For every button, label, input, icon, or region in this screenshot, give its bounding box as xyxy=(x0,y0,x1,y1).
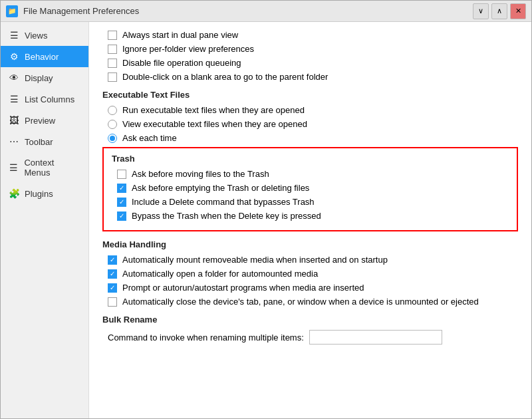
ask-before-moving-checkbox[interactable] xyxy=(117,170,126,179)
sidebar-item-toolbar[interactable]: ⋯ Toolbar xyxy=(1,131,88,152)
sidebar-item-list-columns[interactable]: ☰ List Columns xyxy=(1,88,88,110)
checkbox-row-autorun: Prompt or autorun/autostart programs whe… xyxy=(102,283,518,293)
bulk-rename-input[interactable] xyxy=(309,330,442,345)
bulk-rename-label: Command to invoke when renaming multiple… xyxy=(108,333,304,343)
ask-each-time-label: Ask each time xyxy=(122,133,177,143)
sidebar: ☰ Views ⚙ Behavior 👁 Display ☰ List Colu… xyxy=(1,22,89,418)
checkbox-row: Double-click on a blank area to go to th… xyxy=(102,72,518,82)
main-content: Always start in dual pane view Ignore pe… xyxy=(89,22,531,418)
auto-close-checkbox[interactable] xyxy=(108,297,117,307)
radio-row-run: Run executable text files when they are … xyxy=(102,105,518,115)
include-delete-label: Include a Delete command that bypasses T… xyxy=(132,197,315,207)
always-dual-pane-checkbox[interactable] xyxy=(108,31,117,40)
disable-queueing-checkbox[interactable] xyxy=(108,59,117,68)
views-icon: ☰ xyxy=(9,30,19,41)
radio-row-view: View executable text files when they are… xyxy=(102,119,518,129)
sidebar-item-label-display: Display xyxy=(25,73,53,83)
ask-before-moving-label: Ask before moving files to the Trash xyxy=(132,169,269,179)
behavior-icon: ⚙ xyxy=(9,51,19,62)
ignore-folder-prefs-label: Ignore per-folder view preferences xyxy=(122,44,254,54)
bypass-trash-checkbox[interactable] xyxy=(117,211,126,221)
content-area: ☰ Views ⚙ Behavior 👁 Display ☰ List Colu… xyxy=(1,22,531,418)
app-icon: 📁 xyxy=(6,5,18,17)
sidebar-item-label-plugins: Plugins xyxy=(25,189,53,199)
top-checkboxes: Always start in dual pane view Ignore pe… xyxy=(102,30,518,82)
include-delete-checkbox[interactable] xyxy=(117,198,126,207)
executable-section-title: Executable Text Files xyxy=(102,90,518,100)
checkbox-row-open-folder: Automatically open a folder for automoun… xyxy=(102,269,518,279)
plugins-icon: 🧩 xyxy=(9,188,19,199)
preview-icon: 🖼 xyxy=(9,115,19,126)
checkbox-row: Always start in dual pane view xyxy=(102,30,518,40)
dblclick-parent-checkbox[interactable] xyxy=(108,72,117,82)
checkbox-row-ask-before-moving: Ask before moving files to the Trash xyxy=(112,169,509,179)
sidebar-item-label-context-menus: Context Menus xyxy=(24,158,80,178)
titlebar: 📁 File Management Preferences ∨ ∧ ✕ xyxy=(1,1,531,22)
close-button[interactable]: ✕ xyxy=(510,3,526,19)
open-folder-label: Automatically open a folder for automoun… xyxy=(122,269,318,279)
trash-section-title: Trash xyxy=(112,154,509,164)
titlebar-title: File Management Preferences xyxy=(23,6,139,16)
main-window: 📁 File Management Preferences ∨ ∧ ✕ ☰ Vi… xyxy=(0,0,532,419)
checkbox-row-automount: Automatically mount removeable media whe… xyxy=(102,255,518,265)
checkbox-row: Disable file operation queueing xyxy=(102,58,518,68)
automount-label: Automatically mount removeable media whe… xyxy=(122,255,388,265)
disable-queueing-label: Disable file operation queueing xyxy=(122,58,241,68)
view-executable-label: View executable text files when they are… xyxy=(122,119,307,129)
dblclick-parent-label: Double-click on a blank area to go to th… xyxy=(122,72,328,82)
bulk-rename-title: Bulk Rename xyxy=(102,315,518,325)
display-icon: 👁 xyxy=(9,72,19,83)
bypass-trash-label: Bypass the Trash when the Delete key is … xyxy=(132,211,321,221)
context-menus-icon: ☰ xyxy=(9,162,19,173)
trash-section: Trash Ask before moving files to the Tra… xyxy=(102,147,518,231)
autorun-label: Prompt or autorun/autostart programs whe… xyxy=(122,283,364,293)
automount-checkbox[interactable] xyxy=(108,255,117,265)
auto-close-label: Automatically close the device's tab, pa… xyxy=(122,297,479,307)
checkbox-row-bypass-trash: Bypass the Trash when the Delete key is … xyxy=(112,211,509,221)
ignore-folder-prefs-checkbox[interactable] xyxy=(108,45,117,54)
always-dual-pane-label: Always start in dual pane view xyxy=(122,30,238,40)
sidebar-item-label-views: Views xyxy=(25,31,47,41)
checkbox-row-auto-close: Automatically close the device's tab, pa… xyxy=(102,297,518,307)
sidebar-item-label-behavior: Behavior xyxy=(25,52,59,62)
titlebar-left: 📁 File Management Preferences xyxy=(6,5,139,17)
run-executable-radio[interactable] xyxy=(108,106,117,115)
titlebar-controls: ∨ ∧ ✕ xyxy=(473,3,526,19)
sidebar-item-label-list-columns: List Columns xyxy=(25,94,74,104)
checkbox-row: Ignore per-folder view preferences xyxy=(102,44,518,54)
sidebar-item-preview[interactable]: 🖼 Preview xyxy=(1,110,88,131)
radio-row-ask: Ask each time xyxy=(102,133,518,143)
bulk-rename-row: Command to invoke when renaming multiple… xyxy=(102,330,518,345)
checkbox-row-ask-before-emptying: Ask before emptying the Trash or deletin… xyxy=(112,183,509,193)
minimize-button[interactable]: ∨ xyxy=(473,3,489,19)
ask-before-emptying-checkbox[interactable] xyxy=(117,184,126,193)
checkbox-row-include-delete: Include a Delete command that bypasses T… xyxy=(112,197,509,207)
sidebar-item-label-toolbar: Toolbar xyxy=(25,137,53,147)
maximize-button[interactable]: ∧ xyxy=(491,3,507,19)
sidebar-item-display[interactable]: 👁 Display xyxy=(1,67,88,88)
autorun-checkbox[interactable] xyxy=(108,283,117,293)
run-executable-label: Run executable text files when they are … xyxy=(122,105,305,115)
open-folder-checkbox[interactable] xyxy=(108,269,117,279)
sidebar-item-behavior[interactable]: ⚙ Behavior xyxy=(1,46,88,67)
sidebar-item-views[interactable]: ☰ Views xyxy=(1,25,88,46)
media-section-title: Media Handling xyxy=(102,239,518,249)
view-executable-radio[interactable] xyxy=(108,120,117,129)
toolbar-icon: ⋯ xyxy=(9,136,19,147)
sidebar-item-label-preview: Preview xyxy=(25,116,55,126)
sidebar-item-plugins[interactable]: 🧩 Plugins xyxy=(1,183,88,204)
list-columns-icon: ☰ xyxy=(9,94,19,104)
sidebar-item-context-menus[interactable]: ☰ Context Menus xyxy=(1,152,88,183)
ask-before-emptying-label: Ask before emptying the Trash or deletin… xyxy=(132,183,309,193)
ask-each-time-radio[interactable] xyxy=(108,134,117,143)
